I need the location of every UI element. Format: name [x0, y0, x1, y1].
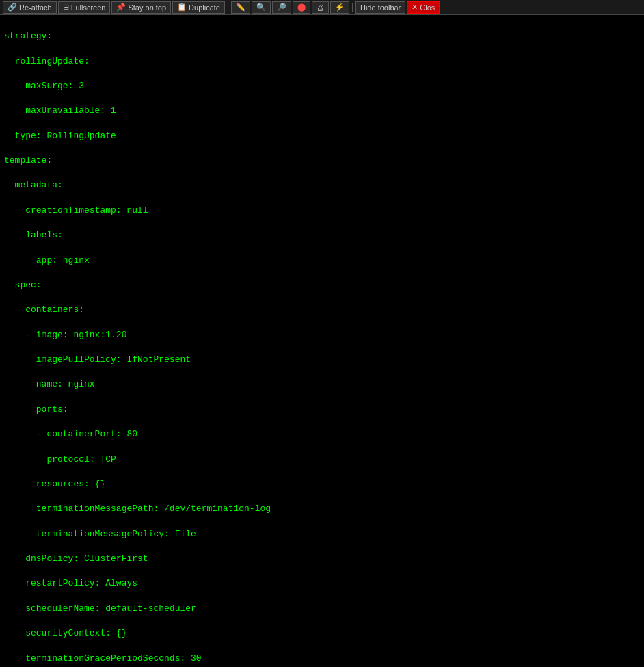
flash-button[interactable]: ⚡ — [330, 1, 349, 14]
line-4: maxUnavailable: 1 — [4, 105, 640, 117]
edit-button[interactable]: ✏️ — [231, 1, 250, 14]
separator-1 — [228, 3, 228, 12]
flash-icon: ⚡ — [335, 3, 345, 12]
line-5: type: RollingUpdate — [4, 130, 640, 142]
record-icon: ⬤ — [297, 3, 306, 12]
close-button[interactable]: ✕ Clos — [407, 1, 440, 14]
line-22: dnsPolicy: ClusterFirst — [4, 553, 640, 565]
line-2: rollingUpdate: — [4, 55, 640, 68]
line-26: terminationGracePeriodSeconds: 30 — [4, 653, 640, 665]
zoom-out-icon: 🔎 — [277, 3, 286, 12]
pin-icon: 📌 — [116, 3, 126, 12]
line-13: - image: nginx:1.20 — [4, 329, 640, 341]
line-18: protocol: TCP — [4, 454, 640, 466]
separator-2 — [352, 3, 353, 12]
fullscreen-icon: ⊞ — [63, 3, 69, 12]
line-16: ports: — [4, 404, 640, 416]
zoom-out-button[interactable]: 🔎 — [272, 1, 291, 14]
stay-on-top-button[interactable]: 📌 Stay on top — [111, 1, 171, 14]
close-label: Clos — [420, 3, 435, 12]
print-button[interactable]: 🖨 — [312, 1, 329, 14]
line-14: imagePullPolicy: IfNotPresent — [4, 354, 640, 366]
stay-on-top-label: Stay on top — [128, 3, 166, 12]
duplicate-button[interactable]: 📋 Duplicate — [172, 1, 225, 14]
line-15: name: nginx — [4, 378, 640, 391]
line-12: containers: — [4, 304, 640, 316]
zoom-in-button[interactable]: 🔍 — [252, 1, 271, 14]
line-20: terminationMessagePath: /dev/termination… — [4, 503, 640, 515]
edit-icon: ✏️ — [236, 3, 245, 12]
line-9: labels: — [4, 229, 640, 241]
line-25: securityContext: {} — [4, 627, 640, 640]
hide-toolbar-label: Hide toolbar — [360, 3, 401, 12]
fullscreen-label: Fullscreen — [71, 3, 106, 12]
line-11: spec: — [4, 279, 640, 291]
duplicate-icon: 📋 — [177, 3, 187, 12]
line-8: creationTimestamp: null — [4, 205, 640, 217]
close-icon: ✕ — [412, 3, 418, 12]
line-6: template: — [4, 155, 640, 167]
duplicate-label: Duplicate — [189, 3, 220, 12]
reattach-icon: 🔗 — [8, 3, 17, 12]
line-19: resources: {} — [4, 478, 640, 491]
record-button[interactable]: ⬤ — [293, 1, 310, 14]
hide-toolbar-button[interactable]: Hide toolbar — [355, 1, 405, 14]
print-icon: 🖨 — [317, 3, 324, 12]
line-17: - containerPort: 80 — [4, 428, 640, 441]
terminal-content: strategy: rollingUpdate: maxSurge: 3 max… — [0, 15, 644, 667]
line-21: terminationMessagePolicy: File — [4, 528, 640, 540]
line-10: app: nginx — [4, 254, 640, 267]
reattach-label: Re-attach — [19, 3, 52, 12]
line-23: restartPolicy: Always — [4, 577, 640, 590]
fullscreen-button[interactable]: ⊞ Fullscreen — [58, 1, 111, 14]
line-3: maxSurge: 3 — [4, 80, 640, 92]
line-7: metadata: — [4, 179, 640, 192]
line-24: schedulerName: default-scheduler — [4, 603, 640, 615]
toolbar: 🔗 Re-attach ⊞ Fullscreen 📌 Stay on top 📋… — [0, 0, 644, 15]
reattach-button[interactable]: 🔗 Re-attach — [3, 1, 57, 14]
line-1: strategy: — [4, 30, 640, 42]
zoom-in-icon: 🔍 — [256, 3, 266, 12]
